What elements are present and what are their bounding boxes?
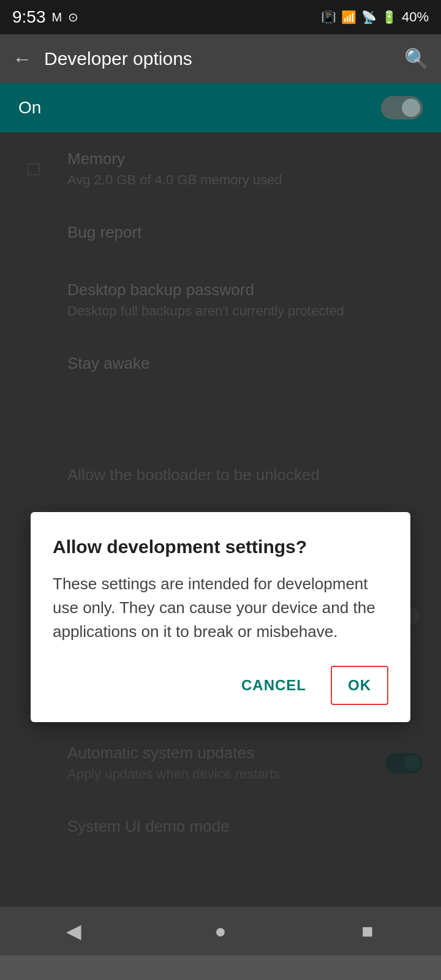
battery-icon: 🔋 — [382, 10, 397, 24]
nav-back-button[interactable]: ◀ — [52, 910, 95, 952]
camera-icon: ⊙ — [68, 10, 78, 24]
main-content: □ Memory Avg 2.0 GB of 4.0 GB memory use… — [0, 132, 441, 907]
back-button[interactable]: ← — [12, 48, 32, 70]
status-time: 9:53 — [12, 7, 46, 27]
ok-button[interactable]: OK — [331, 666, 388, 705]
battery-percent: 40% — [402, 9, 429, 25]
page-title: Developer options — [44, 48, 392, 69]
cancel-button[interactable]: CANCEL — [229, 667, 318, 704]
vibrate-icon: 📳 — [321, 10, 336, 24]
status-bar: 9:53 M ⊙ 📳 📶 📡 🔋 40% — [0, 0, 441, 34]
signal-icon: 📶 — [341, 10, 356, 24]
status-left: 9:53 M ⊙ — [12, 7, 78, 27]
dev-options-toggle-bar: On — [0, 83, 441, 132]
gmail-icon: M — [52, 10, 62, 24]
toggle-on-label: On — [18, 98, 41, 118]
confirm-dialog: Allow development settings? These settin… — [31, 512, 410, 722]
dialog-buttons: CANCEL OK — [53, 666, 388, 705]
search-icon[interactable]: 🔍 — [404, 47, 429, 70]
dev-options-toggle[interactable] — [381, 96, 423, 119]
toolbar: ← Developer options 🔍 — [0, 34, 441, 83]
nav-bar: ◀ ● ■ — [0, 907, 441, 956]
dialog-title: Allow development settings? — [53, 537, 388, 557]
dialog-message: These settings are intended for developm… — [53, 572, 388, 644]
status-right: 📳 📶 📡 🔋 40% — [321, 9, 429, 25]
wifi-icon: 📡 — [361, 10, 377, 24]
nav-recent-button[interactable]: ■ — [346, 910, 389, 952]
nav-home-button[interactable]: ● — [199, 910, 242, 952]
